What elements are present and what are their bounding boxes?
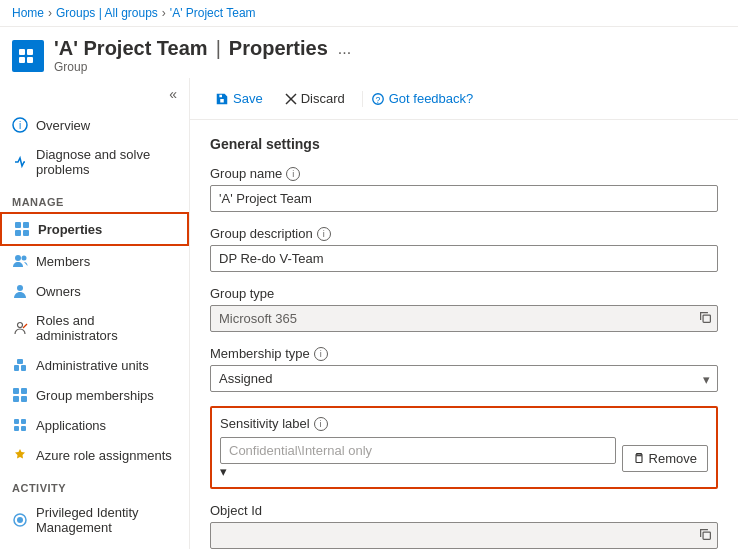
discard-button[interactable]: Discard bbox=[276, 86, 354, 111]
sidebar-item-admin-units[interactable]: Administrative units bbox=[0, 350, 189, 380]
group-name-input-wrapper bbox=[210, 185, 718, 212]
sidebar-item-label: Owners bbox=[36, 284, 81, 299]
svg-rect-6 bbox=[15, 222, 21, 228]
page-title-area: 'A' Project Team | Properties ... Group bbox=[54, 37, 351, 74]
membership-type-info-icon[interactable]: i bbox=[314, 347, 328, 361]
svg-text:i: i bbox=[19, 120, 21, 131]
svg-point-13 bbox=[18, 323, 23, 328]
roles-icon bbox=[12, 320, 28, 336]
group-desc-input[interactable] bbox=[210, 245, 718, 272]
sidebar-item-pim[interactable]: Privileged Identity Management bbox=[0, 498, 189, 542]
object-id-wrapper bbox=[210, 522, 718, 549]
collapse-sidebar-button[interactable]: « bbox=[165, 82, 181, 106]
svg-point-10 bbox=[15, 255, 21, 261]
breadcrumb-project-team[interactable]: 'A' Project Team bbox=[170, 6, 256, 20]
group-name-input[interactable] bbox=[210, 185, 718, 212]
sensitivity-input-row: Confidential\Internal only ▾ Remove bbox=[220, 437, 708, 479]
sensitivity-chevron-icon: ▾ bbox=[220, 464, 227, 479]
sidebar-item-roles-admins[interactable]: Roles and administrators bbox=[0, 306, 189, 350]
sidebar-item-label: Group memberships bbox=[36, 388, 154, 403]
svg-rect-16 bbox=[21, 365, 26, 371]
sensitivity-label-box: Sensitivity label i Confidential\Interna… bbox=[210, 406, 718, 489]
sidebar-item-label: Members bbox=[36, 254, 90, 269]
section-title: General settings bbox=[210, 136, 718, 152]
svg-rect-19 bbox=[21, 388, 27, 394]
sensitivity-label-title: Sensitivity label i bbox=[220, 416, 708, 431]
breadcrumb: Home › Groups | All groups › 'A' Project… bbox=[0, 0, 738, 27]
breadcrumb-groups[interactable]: Groups | All groups bbox=[56, 6, 158, 20]
sidebar-item-owners[interactable]: Owners bbox=[0, 276, 189, 306]
members-icon bbox=[12, 253, 28, 269]
svg-rect-17 bbox=[17, 359, 23, 364]
svg-rect-24 bbox=[14, 426, 19, 431]
breadcrumb-home[interactable]: Home bbox=[12, 6, 44, 20]
membership-type-field: Membership type i Assigned ▾ bbox=[210, 346, 718, 392]
remove-sensitivity-label-button[interactable]: Remove bbox=[622, 445, 708, 472]
group-desc-field: Group description i bbox=[210, 226, 718, 272]
applications-icon bbox=[12, 417, 28, 433]
group-type-field: Group type bbox=[210, 286, 718, 332]
svg-rect-9 bbox=[23, 230, 29, 236]
toolbar: Save Discard ? Got feedback? bbox=[190, 78, 738, 120]
svg-line-14 bbox=[23, 324, 27, 328]
svg-rect-40 bbox=[703, 532, 710, 539]
object-id-label: Object Id bbox=[210, 503, 718, 518]
sidebar-item-label: Azure role assignments bbox=[36, 448, 172, 463]
svg-point-11 bbox=[22, 256, 27, 261]
sidebar-item-label: Applications bbox=[36, 418, 106, 433]
sensitivity-label-info-icon[interactable]: i bbox=[314, 417, 328, 431]
properties-icon bbox=[14, 221, 30, 237]
pim-icon bbox=[12, 512, 28, 528]
sidebar-item-access-reviews[interactable]: Access reviews bbox=[0, 542, 189, 549]
sensitivity-label-group: Sensitivity label i Confidential\Interna… bbox=[210, 406, 718, 489]
sidebar-item-overview[interactable]: i Overview bbox=[0, 110, 189, 140]
sidebar-item-diagnose[interactable]: Diagnose and solve problems bbox=[0, 140, 189, 184]
svg-rect-25 bbox=[21, 426, 26, 431]
sidebar-item-azure-roles[interactable]: Azure role assignments bbox=[0, 440, 189, 470]
page-subtitle: Group bbox=[54, 60, 351, 74]
membership-type-select-wrapper: Assigned ▾ bbox=[210, 365, 718, 392]
sidebar-item-applications[interactable]: Applications bbox=[0, 410, 189, 440]
info-icon: i bbox=[12, 117, 28, 133]
svg-point-27 bbox=[17, 517, 23, 523]
svg-rect-1 bbox=[27, 49, 33, 55]
sidebar: « i Overview Diagnose and solve problems… bbox=[0, 78, 190, 549]
svg-rect-0 bbox=[19, 49, 25, 55]
object-id-field: Object Id bbox=[210, 503, 718, 549]
owners-icon bbox=[12, 283, 28, 299]
group-desc-info-icon[interactable]: i bbox=[317, 227, 331, 241]
svg-rect-2 bbox=[19, 57, 25, 63]
azure-roles-icon bbox=[12, 447, 28, 463]
sidebar-item-label: Roles and administrators bbox=[36, 313, 177, 343]
group-name-info-icon[interactable]: i bbox=[286, 167, 300, 181]
svg-rect-23 bbox=[21, 419, 26, 424]
sidebar-section-manage: Manage bbox=[0, 184, 189, 212]
object-id-copy-icon[interactable] bbox=[699, 528, 712, 544]
sidebar-item-group-memberships[interactable]: Group memberships bbox=[0, 380, 189, 410]
save-button[interactable]: Save bbox=[206, 86, 272, 111]
sidebar-item-label: Properties bbox=[38, 222, 102, 237]
sidebar-item-label: Diagnose and solve problems bbox=[36, 147, 177, 177]
page-title: 'A' Project Team | Properties ... bbox=[54, 37, 351, 60]
group-type-copy-icon[interactable] bbox=[699, 311, 712, 327]
admin-units-icon bbox=[12, 357, 28, 373]
group-name-field: Group name i bbox=[210, 166, 718, 212]
group-type-input bbox=[210, 305, 718, 332]
sidebar-item-label: Administrative units bbox=[36, 358, 149, 373]
group-icon bbox=[12, 40, 44, 72]
svg-rect-15 bbox=[14, 365, 19, 371]
sensitivity-label-select[interactable]: Confidential\Internal only bbox=[220, 437, 616, 464]
sidebar-item-label: Privileged Identity Management bbox=[36, 505, 177, 535]
svg-rect-20 bbox=[13, 396, 19, 402]
membership-type-select[interactable]: Assigned bbox=[210, 365, 718, 392]
sidebar-item-members[interactable]: Members bbox=[0, 246, 189, 276]
svg-rect-22 bbox=[14, 419, 19, 424]
membership-type-label: Membership type i bbox=[210, 346, 718, 361]
svg-rect-3 bbox=[27, 57, 33, 63]
svg-rect-18 bbox=[13, 388, 19, 394]
group-type-wrapper bbox=[210, 305, 718, 332]
group-memberships-icon bbox=[12, 387, 28, 403]
group-desc-label: Group description i bbox=[210, 226, 718, 241]
feedback-button[interactable]: ? Got feedback? bbox=[371, 91, 474, 106]
sidebar-item-properties[interactable]: Properties bbox=[0, 212, 189, 246]
